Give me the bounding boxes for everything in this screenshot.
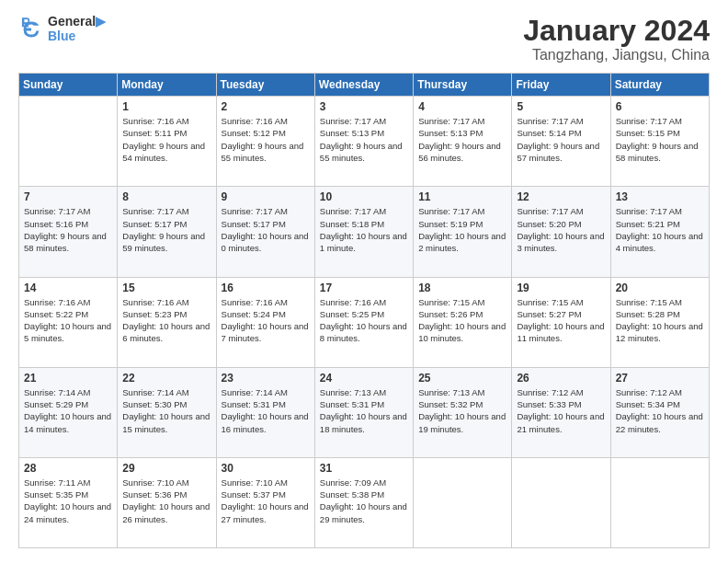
calendar-week-row: 14Sunrise: 7:16 AMSunset: 5:22 PMDayligh… (19, 277, 710, 367)
day-number: 5 (517, 100, 605, 113)
day-info: Sunrise: 7:15 AMSunset: 5:27 PMDaylight:… (517, 296, 605, 345)
day-number: 29 (122, 462, 210, 475)
logo-arrow: ▶ (96, 14, 106, 29)
day-info: Sunrise: 7:17 AMSunset: 5:15 PMDaylight:… (616, 115, 704, 164)
calendar-cell: 27Sunrise: 7:12 AMSunset: 5:34 PMDayligh… (610, 367, 709, 457)
calendar-cell: 10Sunrise: 7:17 AMSunset: 5:18 PMDayligh… (314, 187, 413, 277)
day-number: 6 (616, 100, 704, 113)
day-number: 9 (222, 190, 310, 203)
calendar-cell: 16Sunrise: 7:16 AMSunset: 5:24 PMDayligh… (216, 277, 314, 367)
calendar-cell: 28Sunrise: 7:11 AMSunset: 5:35 PMDayligh… (19, 457, 118, 547)
day-number: 3 (320, 100, 408, 113)
calendar-cell: 17Sunrise: 7:16 AMSunset: 5:25 PMDayligh… (314, 277, 413, 367)
day-info: Sunrise: 7:12 AMSunset: 5:33 PMDaylight:… (517, 386, 605, 435)
calendar-cell: 2Sunrise: 7:16 AMSunset: 5:12 PMDaylight… (216, 97, 314, 187)
weekday-header-friday: Friday (512, 74, 610, 97)
weekday-header-row: SundayMondayTuesdayWednesdayThursdayFrid… (19, 74, 710, 97)
calendar-cell: 20Sunrise: 7:15 AMSunset: 5:28 PMDayligh… (610, 277, 709, 367)
weekday-header-wednesday: Wednesday (314, 74, 413, 97)
calendar: SundayMondayTuesdayWednesdayThursdayFrid… (18, 73, 710, 548)
day-number: 19 (517, 282, 605, 294)
day-number: 4 (418, 100, 506, 113)
day-number: 21 (24, 372, 112, 385)
calendar-week-row: 21Sunrise: 7:14 AMSunset: 5:29 PMDayligh… (19, 367, 710, 457)
calendar-cell: 1Sunrise: 7:16 AMSunset: 5:11 PMDaylight… (118, 97, 216, 187)
day-info: Sunrise: 7:17 AMSunset: 5:19 PMDaylight:… (418, 205, 506, 254)
header: General▶ Blue January 2024 Tangzhang, Ji… (18, 15, 710, 63)
location-subtitle: Tangzhang, Jiangsu, China (523, 47, 710, 63)
logo-icon (18, 17, 44, 42)
day-info: Sunrise: 7:17 AMSunset: 5:14 PMDaylight:… (517, 115, 605, 164)
calendar-cell: 7Sunrise: 7:17 AMSunset: 5:16 PMDaylight… (19, 187, 118, 277)
calendar-cell: 4Sunrise: 7:17 AMSunset: 5:13 PMDaylight… (414, 97, 512, 187)
day-number: 22 (122, 372, 210, 385)
day-info: Sunrise: 7:16 AMSunset: 5:23 PMDaylight:… (122, 296, 210, 345)
day-number: 25 (418, 372, 506, 385)
calendar-cell (414, 457, 512, 547)
calendar-cell: 26Sunrise: 7:12 AMSunset: 5:33 PMDayligh… (512, 367, 610, 457)
logo-general: General (48, 14, 96, 29)
day-info: Sunrise: 7:16 AMSunset: 5:25 PMDaylight:… (320, 296, 408, 345)
day-number: 20 (616, 282, 704, 294)
weekday-header-tuesday: Tuesday (216, 74, 314, 97)
day-number: 7 (24, 190, 112, 203)
day-info: Sunrise: 7:16 AMSunset: 5:24 PMDaylight:… (222, 296, 310, 345)
calendar-cell: 13Sunrise: 7:17 AMSunset: 5:21 PMDayligh… (610, 187, 709, 277)
day-info: Sunrise: 7:10 AMSunset: 5:37 PMDaylight:… (222, 477, 310, 525)
calendar-cell: 18Sunrise: 7:15 AMSunset: 5:26 PMDayligh… (414, 277, 512, 367)
calendar-cell (19, 97, 118, 187)
logo-blue: Blue (48, 29, 106, 43)
calendar-cell: 25Sunrise: 7:13 AMSunset: 5:32 PMDayligh… (414, 367, 512, 457)
day-number: 26 (517, 372, 605, 385)
weekday-header-monday: Monday (118, 74, 216, 97)
calendar-cell: 21Sunrise: 7:14 AMSunset: 5:29 PMDayligh… (19, 367, 118, 457)
calendar-cell: 5Sunrise: 7:17 AMSunset: 5:14 PMDaylight… (512, 97, 610, 187)
day-number: 13 (616, 190, 704, 203)
day-number: 16 (222, 282, 310, 294)
calendar-cell: 30Sunrise: 7:10 AMSunset: 5:37 PMDayligh… (216, 457, 314, 547)
day-number: 24 (320, 372, 408, 385)
day-info: Sunrise: 7:13 AMSunset: 5:31 PMDaylight:… (320, 386, 408, 435)
title-block: January 2024 Tangzhang, Jiangsu, China (523, 15, 710, 63)
calendar-week-row: 1Sunrise: 7:16 AMSunset: 5:11 PMDaylight… (19, 97, 710, 187)
calendar-cell: 3Sunrise: 7:17 AMSunset: 5:13 PMDaylight… (314, 97, 413, 187)
day-number: 23 (222, 372, 310, 385)
day-info: Sunrise: 7:17 AMSunset: 5:21 PMDaylight:… (616, 205, 704, 254)
day-info: Sunrise: 7:11 AMSunset: 5:35 PMDaylight:… (24, 477, 112, 525)
day-info: Sunrise: 7:17 AMSunset: 5:13 PMDaylight:… (320, 115, 408, 164)
day-number: 11 (418, 190, 506, 203)
logo: General▶ Blue (18, 15, 106, 43)
day-info: Sunrise: 7:17 AMSunset: 5:17 PMDaylight:… (122, 205, 210, 254)
day-info: Sunrise: 7:16 AMSunset: 5:11 PMDaylight:… (122, 115, 210, 164)
day-info: Sunrise: 7:16 AMSunset: 5:22 PMDaylight:… (24, 296, 112, 345)
weekday-header-sunday: Sunday (19, 74, 118, 97)
day-number: 14 (24, 282, 112, 294)
day-number: 1 (122, 100, 210, 113)
calendar-cell: 31Sunrise: 7:09 AMSunset: 5:38 PMDayligh… (314, 457, 413, 547)
calendar-cell (610, 457, 709, 547)
day-info: Sunrise: 7:12 AMSunset: 5:34 PMDaylight:… (616, 386, 704, 435)
page: General▶ Blue January 2024 Tangzhang, Ji… (0, 0, 728, 563)
day-number: 30 (222, 462, 310, 475)
calendar-cell: 29Sunrise: 7:10 AMSunset: 5:36 PMDayligh… (118, 457, 216, 547)
day-info: Sunrise: 7:17 AMSunset: 5:13 PMDaylight:… (418, 115, 506, 164)
calendar-cell: 23Sunrise: 7:14 AMSunset: 5:31 PMDayligh… (216, 367, 314, 457)
day-number: 15 (122, 282, 210, 294)
calendar-week-row: 28Sunrise: 7:11 AMSunset: 5:35 PMDayligh… (19, 457, 710, 547)
day-number: 31 (320, 462, 408, 475)
day-info: Sunrise: 7:09 AMSunset: 5:38 PMDaylight:… (320, 477, 408, 525)
day-info: Sunrise: 7:17 AMSunset: 5:16 PMDaylight:… (24, 205, 112, 254)
calendar-cell: 11Sunrise: 7:17 AMSunset: 5:19 PMDayligh… (414, 187, 512, 277)
calendar-cell (512, 457, 610, 547)
day-number: 28 (24, 462, 112, 475)
calendar-cell: 19Sunrise: 7:15 AMSunset: 5:27 PMDayligh… (512, 277, 610, 367)
day-info: Sunrise: 7:14 AMSunset: 5:30 PMDaylight:… (122, 386, 210, 435)
day-info: Sunrise: 7:14 AMSunset: 5:31 PMDaylight:… (222, 386, 310, 435)
calendar-cell: 6Sunrise: 7:17 AMSunset: 5:15 PMDaylight… (610, 97, 709, 187)
day-number: 8 (122, 190, 210, 203)
month-title: January 2024 (523, 15, 710, 47)
day-info: Sunrise: 7:17 AMSunset: 5:18 PMDaylight:… (320, 205, 408, 254)
day-info: Sunrise: 7:17 AMSunset: 5:17 PMDaylight:… (222, 205, 310, 254)
day-info: Sunrise: 7:14 AMSunset: 5:29 PMDaylight:… (24, 386, 112, 435)
calendar-cell: 9Sunrise: 7:17 AMSunset: 5:17 PMDaylight… (216, 187, 314, 277)
